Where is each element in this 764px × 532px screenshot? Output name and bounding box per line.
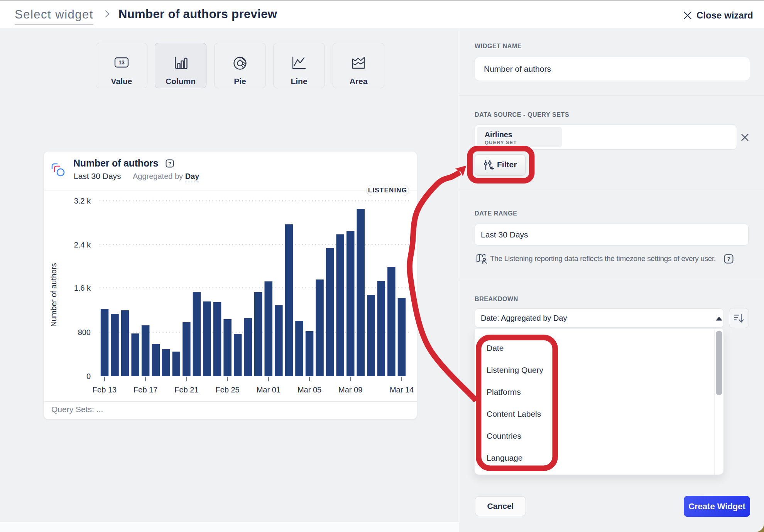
- svg-text:Feb 21: Feb 21: [174, 386, 198, 394]
- svg-text:Mar 01: Mar 01: [257, 386, 281, 394]
- svg-text:13: 13: [118, 59, 125, 66]
- svg-text:2.4 k: 2.4 k: [74, 241, 91, 249]
- svg-text:800: 800: [78, 328, 91, 337]
- svg-text:?: ?: [727, 256, 730, 262]
- svg-text:Mar 05: Mar 05: [297, 386, 321, 394]
- svg-text:0: 0: [86, 372, 91, 380]
- svg-text:1.6 k: 1.6 k: [74, 284, 91, 292]
- svg-text:3.2 k: 3.2 k: [74, 197, 91, 205]
- svg-text:Mar 09: Mar 09: [338, 386, 362, 394]
- svg-text:Feb 17: Feb 17: [134, 386, 157, 394]
- svg-text:Feb 13: Feb 13: [93, 386, 117, 394]
- svg-text:Mar 14: Mar 14: [390, 386, 414, 394]
- svg-text:Feb 25: Feb 25: [215, 386, 239, 394]
- svg-text:?: ?: [168, 161, 171, 167]
- svg-text:Number of authors: Number of authors: [49, 263, 58, 327]
